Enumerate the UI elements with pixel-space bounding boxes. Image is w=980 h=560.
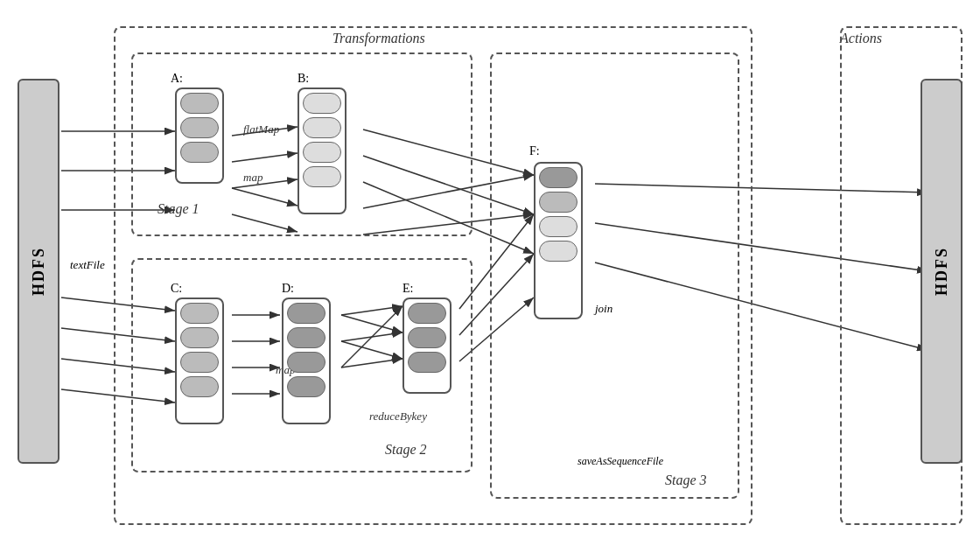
partition bbox=[303, 166, 341, 187]
hdfs-left: HDFS bbox=[18, 79, 60, 464]
partition bbox=[180, 93, 219, 114]
partition bbox=[408, 303, 446, 324]
partition bbox=[408, 327, 446, 348]
join-label: join bbox=[595, 302, 612, 316]
rdd-d-group bbox=[282, 298, 331, 424]
partition bbox=[180, 117, 219, 138]
partition bbox=[180, 352, 219, 373]
stage1-label: Stage 1 bbox=[158, 201, 200, 217]
rdd-b-group bbox=[298, 88, 346, 214]
rdd-a-label: A: bbox=[171, 72, 183, 86]
rdd-e-group bbox=[402, 298, 452, 394]
partition bbox=[287, 327, 326, 348]
stage2-label: Stage 2 bbox=[385, 442, 427, 458]
reducebykey-label: reduceBykey bbox=[369, 410, 427, 424]
stage3-box bbox=[490, 52, 739, 499]
rdd-f-label: F: bbox=[529, 144, 540, 158]
partition bbox=[287, 376, 326, 397]
actions-box bbox=[840, 26, 962, 525]
stage3-label: Stage 3 bbox=[665, 472, 707, 488]
rdd-c-label: C: bbox=[171, 282, 182, 296]
partition bbox=[303, 117, 341, 138]
partition bbox=[287, 352, 326, 373]
rdd-e-label: E: bbox=[402, 282, 413, 296]
partition bbox=[180, 376, 219, 397]
partition bbox=[303, 142, 341, 163]
partition bbox=[539, 216, 578, 237]
textfile-label: textFile bbox=[70, 258, 105, 272]
actions-label: Actions bbox=[840, 31, 882, 46]
partition bbox=[539, 192, 578, 213]
partition bbox=[287, 303, 326, 324]
partition bbox=[539, 241, 578, 262]
partition bbox=[180, 303, 219, 324]
saveas-label: saveAsSequenceFile bbox=[578, 455, 663, 468]
partition bbox=[180, 327, 219, 348]
flatmap-label: flatMap bbox=[243, 122, 279, 136]
partition bbox=[180, 142, 219, 163]
partition bbox=[303, 93, 341, 114]
rdd-d-label: D: bbox=[282, 282, 294, 296]
rdd-f-group bbox=[534, 162, 583, 319]
partition bbox=[539, 167, 578, 188]
partition bbox=[408, 352, 446, 373]
rdd-c-group bbox=[175, 298, 224, 424]
map-ab-label: map bbox=[243, 171, 262, 185]
diagram-container: HDFS HDFS Transformations Actions Stage … bbox=[0, 0, 980, 560]
transformations-label: Transformations bbox=[332, 31, 425, 46]
rdd-b-label: B: bbox=[298, 72, 309, 86]
rdd-a-group bbox=[175, 88, 224, 184]
